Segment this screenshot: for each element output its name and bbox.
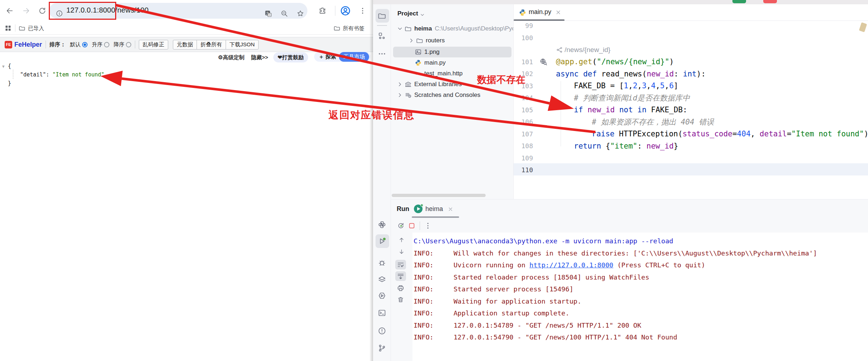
run-tab-heima[interactable]: heima: [425, 205, 443, 213]
print-icon[interactable]: [397, 284, 405, 292]
server-url-link[interactable]: http://127.0.0.1:8000: [529, 261, 613, 269]
share-icon[interactable]: [556, 46, 563, 53]
line-number: 105: [514, 106, 536, 114]
download-json-button[interactable]: 下载JSON: [226, 40, 259, 50]
profile-avatar[interactable]: [340, 5, 351, 16]
bookmarks-divider: [15, 24, 15, 32]
editor-tab-mainpy[interactable]: main.py: [529, 8, 551, 16]
reload-icon[interactable]: [38, 7, 46, 15]
services-tool-icon[interactable]: [378, 275, 386, 284]
prev-occurrence-icon[interactable]: [398, 236, 405, 243]
chevron-right-icon[interactable]: [397, 92, 403, 98]
back-icon[interactable]: [6, 7, 14, 15]
line-number: 106: [514, 118, 536, 126]
tree-item-1-png[interactable]: 1.png: [393, 47, 511, 57]
json-line-close: }: [2, 79, 104, 88]
scratches-icon: [405, 92, 412, 99]
fehelper-brand[interactable]: FeHelper: [14, 41, 42, 48]
tree-item-label: 1.png: [424, 48, 440, 56]
translate-icon[interactable]: 文G: [264, 10, 272, 17]
tree-item-label: routers: [426, 37, 445, 44]
json-indent-guide: [13, 70, 13, 79]
bookmark-imported[interactable]: 已导入: [28, 25, 44, 32]
code-area[interactable]: 99100/news/{new_id}101@app.get("/news/{n…: [514, 21, 868, 199]
fehelper-logo: FE: [5, 41, 12, 48]
line-number: 101: [514, 58, 536, 66]
forward-icon[interactable]: [22, 7, 30, 15]
hide-link[interactable]: 隐藏>>: [251, 54, 268, 61]
tree-item-label: test_main.http: [424, 70, 463, 77]
tool-stripe: [373, 4, 391, 361]
debug-tool-icon[interactable]: [378, 258, 386, 267]
clear-console-icon[interactable]: [397, 296, 404, 304]
run-more-icon[interactable]: [424, 222, 432, 230]
tree-item-routers[interactable]: routers: [391, 35, 514, 46]
rerun-icon[interactable]: [397, 222, 405, 230]
browser-menu-icon[interactable]: [359, 7, 367, 15]
structure-tool-icon[interactable]: [378, 32, 386, 40]
divider: [46, 41, 46, 48]
sort-asc-label: 升序: [92, 41, 103, 48]
python-console-icon[interactable]: [378, 220, 386, 229]
sort-default-radio[interactable]: [82, 42, 88, 47]
apps-grid-icon[interactable]: [4, 24, 12, 32]
code-line-104: 104# 判断查询新闻id是否在数据库中: [514, 92, 868, 104]
tree-item-main-py[interactable]: main.py: [391, 57, 514, 68]
endpoint-gutter-icon[interactable]: [536, 58, 552, 66]
collapse-triangle-icon[interactable]: ▼: [2, 62, 8, 71]
code-text: if new_id not in FAKE_DB:: [552, 106, 687, 114]
bookmark-star-icon[interactable]: [297, 10, 304, 17]
run-tool-icon[interactable]: [378, 237, 386, 245]
python-icon: [415, 59, 422, 66]
advanced-custom-link[interactable]: ⚙高级定制: [218, 54, 244, 61]
code-text: # 如果资源不存在，抛出 404 错误: [552, 117, 714, 127]
annotation-return-error: 返回对应错误信息: [329, 108, 415, 122]
explore-button[interactable]: ＋ 探索 工具市场: [314, 52, 371, 62]
scroll-to-end-icon[interactable]: [397, 272, 405, 280]
code-editor: main.py 99100/news/{new_id}101@app.get("…: [514, 4, 868, 199]
next-occurrence-icon[interactable]: [398, 248, 405, 255]
tree-item-label: Scratches and Consoles: [414, 92, 480, 99]
stop-icon[interactable]: [408, 222, 416, 230]
chevron-down-icon[interactable]: [420, 12, 425, 18]
code-text: @app.get("/news/{new_id}"): [552, 57, 674, 66]
horizontal-scrollbar[interactable]: [392, 194, 486, 197]
json-key: "detail": [20, 71, 46, 78]
donate-button[interactable]: ❤打赏鼓励: [273, 52, 308, 62]
sort-desc-radio[interactable]: [126, 42, 131, 47]
bookmark-all[interactable]: 所有书签: [343, 25, 364, 32]
close-tab-icon[interactable]: [555, 9, 561, 15]
git-tool-icon[interactable]: [378, 344, 386, 352]
tree-item-scratches-and-consoles[interactable]: Scratches and Consoles: [391, 90, 514, 100]
chevron-down-icon[interactable]: [397, 25, 403, 32]
problems-tool-icon[interactable]: [378, 327, 386, 335]
project-tool-icon[interactable]: [378, 11, 386, 20]
running-indicator-dot: [420, 204, 423, 207]
terminal-tool-icon[interactable]: [378, 309, 386, 317]
code-text: async def read_news(new_id: int):: [552, 70, 706, 78]
sort-desc-label: 降序: [114, 41, 124, 48]
chevron-right-icon[interactable]: [397, 81, 403, 88]
sort-asc-radio[interactable]: [104, 42, 109, 47]
close-run-tab-icon[interactable]: [448, 206, 453, 212]
code-line-105: 105if new_id not in FAKE_DB:: [514, 104, 868, 116]
collapse-all-button[interactable]: 折叠所有: [197, 40, 226, 50]
line-number: 108: [514, 142, 536, 150]
fix-encoding-button[interactable]: 乱码修正: [139, 40, 168, 50]
chevron-right-icon[interactable]: [408, 37, 415, 44]
extensions-icon[interactable]: [319, 7, 326, 15]
console-output: C:\Users\August\anaconda3\python.exe -m …: [414, 235, 817, 343]
tree-item-heima[interactable]: heimaC:\Users\August\Desktop\Pych: [391, 23, 514, 34]
tool-market-badge[interactable]: 工具市场: [339, 52, 369, 62]
inlay-endpoint-text[interactable]: /news/{new_id}: [565, 46, 610, 54]
zoom-icon[interactable]: [280, 10, 288, 17]
svg-text:G: G: [269, 13, 271, 17]
top-strip: [373, 0, 868, 4]
metadata-button[interactable]: 元数据: [173, 40, 197, 50]
more-tools-icon[interactable]: [378, 50, 386, 58]
sort-label: 排序：: [49, 41, 66, 48]
run-anything-icon[interactable]: [378, 291, 386, 300]
soft-wrap-icon[interactable]: [397, 261, 405, 269]
line-number: 109: [514, 154, 536, 162]
project-panel-title[interactable]: Project: [397, 10, 418, 17]
